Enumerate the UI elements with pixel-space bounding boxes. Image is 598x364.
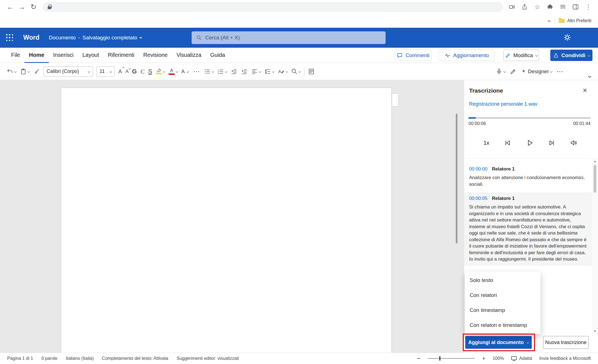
- dictate-button[interactable]: [496, 68, 505, 75]
- transcript-entry[interactable]: 00:00:00 Relatore 1 Analizzare con atten…: [464, 163, 592, 191]
- share-button[interactable]: Condividi: [550, 50, 592, 61]
- editor-button[interactable]: [510, 68, 516, 75]
- tab-home[interactable]: Home: [24, 48, 49, 63]
- format-painter-button[interactable]: [33, 68, 40, 75]
- header-search[interactable]: [192, 31, 386, 44]
- chevron-down-icon: [285, 70, 287, 72]
- edit-mode-button[interactable]: Modifica: [503, 50, 539, 61]
- menu-item-con-relatori-e-timestamp[interactable]: Con relatori e timestamp: [465, 318, 541, 333]
- media-control-icon[interactable]: [507, 2, 517, 12]
- shrink-font-button[interactable]: A: [126, 69, 129, 74]
- tab-revisione[interactable]: Revisione: [139, 48, 172, 63]
- share-page-icon[interactable]: [519, 2, 530, 12]
- tab-file[interactable]: File: [7, 48, 24, 63]
- add-to-document-button[interactable]: Aggiungi al documento: [465, 336, 532, 349]
- paste-button[interactable]: [20, 68, 30, 75]
- audio-progress-bar[interactable]: [469, 117, 591, 119]
- browser-action-icons: ☆ ⋮: [507, 2, 594, 12]
- more-bookmarks-button[interactable]: »: [548, 18, 551, 24]
- menu-item-solo-testo[interactable]: Solo testo: [465, 273, 541, 288]
- navigation-pane-button[interactable]: [308, 68, 315, 75]
- grow-font-button[interactable]: A: [118, 69, 122, 74]
- alignment-button[interactable]: [251, 68, 261, 75]
- tab-visualizza[interactable]: Visualizza: [172, 48, 206, 63]
- zoom-controls: − + 100% Adatta Invia feedback a Microso…: [417, 355, 591, 362]
- comment-marker[interactable]: [392, 93, 399, 106]
- address-bar[interactable]: [43, 2, 503, 12]
- app-launcher-icon[interactable]: [6, 34, 13, 41]
- zoom-out-button[interactable]: −: [417, 355, 421, 362]
- undo-button[interactable]: [7, 68, 16, 75]
- scroll-up-icon[interactable]: ▲: [592, 158, 598, 164]
- close-panel-button[interactable]: ×: [580, 86, 590, 95]
- bold-button[interactable]: G: [132, 68, 137, 75]
- side-panel-icon[interactable]: [570, 2, 581, 12]
- zoom-slider[interactable]: [428, 358, 475, 359]
- editor-suggestions-status[interactable]: Suggerimenti editor: visualizzati: [177, 356, 239, 361]
- updates-button[interactable]: Aggiornamento: [439, 50, 495, 61]
- page-count[interactable]: Pagina 1 di 1: [7, 356, 33, 361]
- skip-back-button[interactable]: [504, 139, 511, 147]
- search-input[interactable]: [205, 35, 381, 41]
- document-title-button[interactable]: Documento - Salvataggio completato: [49, 35, 142, 41]
- zoom-slider-thumb[interactable]: [439, 356, 441, 361]
- fit-to-page-button[interactable]: Adatta: [511, 356, 532, 361]
- language-status[interactable]: Italiano (Italia): [66, 356, 94, 361]
- tab-riferimenti[interactable]: Riferimenti: [103, 48, 139, 63]
- text-completion-status[interactable]: Completamento del testo: Attivata: [102, 356, 168, 361]
- document-scrollbar[interactable]: [456, 114, 457, 243]
- zoom-level[interactable]: 100%: [493, 356, 504, 361]
- lock-icon[interactable]: [48, 6, 51, 9]
- chevron-down-icon: [259, 70, 261, 72]
- bookmarks-folder[interactable]: Altri Preferiti: [559, 18, 591, 23]
- numbering-button[interactable]: 123: [217, 68, 227, 75]
- menu-item-con-timestamp[interactable]: Con timestamp: [465, 303, 541, 318]
- playback-speed-button[interactable]: 1x: [484, 140, 489, 146]
- forward-button[interactable]: →: [16, 1, 28, 13]
- comments-button[interactable]: Commenti: [395, 50, 431, 61]
- reload-button[interactable]: ↻: [28, 1, 39, 13]
- menu-item-con-relatori[interactable]: Con relatori: [465, 288, 541, 303]
- font-name-value: Calibri (Corpo): [47, 68, 79, 74]
- settings-gear-button[interactable]: [563, 34, 571, 41]
- back-button[interactable]: ←: [4, 1, 16, 13]
- increase-indent-button[interactable]: [241, 68, 248, 75]
- recording-file-link[interactable]: Registrazione personale 1.wav: [469, 101, 537, 107]
- word-count[interactable]: 0 parole: [41, 356, 57, 361]
- zoom-in-button[interactable]: +: [482, 355, 485, 362]
- clear-formatting-button[interactable]: A: [181, 68, 190, 75]
- designer-button[interactable]: Designer: [521, 68, 552, 75]
- browser-menu-icon[interactable]: ⋮: [583, 2, 594, 12]
- volume-button[interactable]: [570, 139, 578, 147]
- transcript-scrollbar[interactable]: ▲ ▼: [592, 158, 598, 334]
- bullets-button[interactable]: [204, 68, 214, 75]
- styles-button[interactable]: A: [278, 68, 287, 75]
- tab-inserisci[interactable]: Inserisci: [49, 48, 78, 63]
- svg-text:3: 3: [218, 72, 219, 75]
- italic-button[interactable]: C: [140, 68, 144, 75]
- font-color-button[interactable]: A: [169, 68, 178, 75]
- decrease-indent-button[interactable]: [231, 68, 237, 75]
- find-button[interactable]: [291, 68, 301, 75]
- line-spacing-button[interactable]: [264, 68, 274, 75]
- tab-layout[interactable]: Layout: [78, 48, 103, 63]
- skip-forward-button[interactable]: [548, 139, 556, 147]
- extensions-icon[interactable]: [545, 2, 555, 12]
- font-name-select[interactable]: Calibri (Corpo): [44, 66, 93, 77]
- tab-guida[interactable]: Guida: [206, 48, 229, 63]
- font-size-select[interactable]: 11: [96, 66, 115, 77]
- underline-button[interactable]: S: [148, 68, 152, 75]
- document-page[interactable]: [61, 88, 392, 353]
- play-button[interactable]: [526, 139, 534, 147]
- line-spacing-icon: [264, 68, 271, 75]
- tab-list-icon[interactable]: [558, 2, 568, 12]
- scroll-down-icon[interactable]: ▼: [592, 328, 598, 334]
- feedback-link[interactable]: Invia feedback a Microsoft: [539, 356, 591, 361]
- highlight-button[interactable]: [156, 68, 165, 74]
- transcript-entry[interactable]: 00:00:05 Relatore 1 Si chiama un impatto…: [464, 192, 592, 266]
- new-transcription-button[interactable]: Nuova trascrizione: [543, 336, 589, 349]
- scrollbar-thumb[interactable]: [594, 165, 596, 193]
- more-commands-icon[interactable]: ⋯: [556, 68, 564, 75]
- bookmark-star-icon[interactable]: ☆: [532, 2, 543, 12]
- more-font-options-icon[interactable]: ⋯: [193, 68, 200, 75]
